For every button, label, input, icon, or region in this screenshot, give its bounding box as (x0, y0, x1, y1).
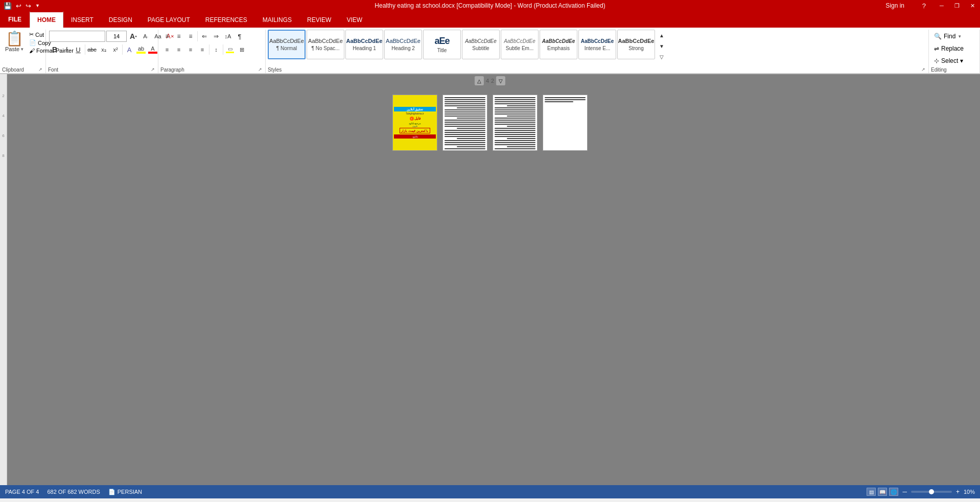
language-icon: 📄 (108, 489, 115, 495)
page-prev-button[interactable]: △ (475, 76, 484, 85)
text-line (445, 136, 485, 137)
page-1-thumbnail[interactable]: تحقیق آنلاین Tahghighatma.ir ! فایل مرجع… (392, 95, 437, 151)
tab-page-layout[interactable]: PAGE LAYOUT (140, 11, 198, 28)
qat-more-icon[interactable]: ▼ (34, 2, 41, 9)
language-indicator[interactable]: 📄 PERSIAN (108, 489, 142, 495)
font-name-row: 14 A+ A- Aa A✕ (49, 31, 176, 42)
paragraph-expand-button[interactable]: ↗ (257, 66, 263, 73)
font-size-input[interactable]: 14 (106, 31, 127, 42)
decrease-indent-button[interactable]: ⇐ (199, 31, 210, 42)
italic-button[interactable]: I (61, 44, 72, 55)
select-button[interactable]: ⊹ Select ▾ (932, 55, 965, 66)
tab-mailings[interactable]: MAILINGS (255, 11, 299, 28)
qat-undo-icon[interactable]: ↩ (14, 1, 23, 11)
styles-scroll-down[interactable]: ▼ (656, 41, 667, 51)
page-navigation: △ 4 2 ▽ (475, 76, 505, 85)
tab-file[interactable]: FILE (0, 11, 30, 28)
sign-in-button[interactable]: Sign in (881, 0, 908, 11)
multilevel-button[interactable]: ≡ (185, 31, 196, 42)
sort-button[interactable]: ↕A (222, 31, 234, 42)
highlight-color-button[interactable]: ab (135, 44, 147, 55)
style-intense-e[interactable]: AaBbCcDdEe Intense E... (578, 30, 616, 59)
find-dropdown[interactable]: ▼ (958, 34, 962, 39)
bold-button[interactable]: B (49, 44, 60, 55)
superscript-button[interactable]: x² (110, 44, 121, 55)
tab-insert[interactable]: INSERT (63, 11, 101, 28)
text-line (495, 132, 535, 133)
tab-review[interactable]: REVIEW (299, 11, 339, 28)
bullets-button[interactable]: ≡ (161, 31, 173, 42)
text-line (445, 103, 485, 104)
replace-icon: ⇌ (934, 45, 939, 52)
styles-expand-button[interactable]: ↗ (920, 66, 926, 73)
page-next-button[interactable]: ▽ (496, 76, 505, 85)
paste-button[interactable]: 📋 Paste ▼ (3, 31, 26, 53)
qat-save-icon[interactable]: 💾 (2, 1, 13, 11)
increase-font-button[interactable]: A+ (128, 31, 139, 42)
font-name-input[interactable] (49, 31, 105, 42)
shading-button[interactable]: ▭ (224, 44, 236, 55)
text-line (495, 134, 535, 135)
ruler-6: 6 (2, 133, 4, 138)
page-3-thumbnail[interactable] (493, 95, 538, 151)
text-effects-button[interactable]: A (124, 44, 135, 55)
numbering-button[interactable]: ≡ (173, 31, 184, 42)
style-no-spacing[interactable]: AaBbCcDdEe ¶ No Spac... (307, 30, 344, 59)
style-heading2[interactable]: AaBbCcDdEe Heading 2 (384, 30, 422, 59)
paste-dropdown-arrow[interactable]: ▼ (20, 47, 24, 52)
zoom-slider[interactable] (911, 491, 952, 493)
text-line (445, 148, 485, 149)
clipboard-expand-button[interactable]: ↗ (37, 66, 43, 73)
tab-home[interactable]: HOME (30, 11, 63, 28)
qat-redo-icon[interactable]: ↪ (24, 1, 33, 11)
line-spacing-button[interactable]: ↕ (211, 44, 222, 55)
align-center-button[interactable]: ≡ (173, 44, 184, 55)
tab-design[interactable]: DESIGN (101, 11, 140, 28)
styles-scroll-up[interactable]: ▲ (656, 31, 667, 40)
style-title[interactable]: aЕe Title (423, 30, 461, 59)
page-2-thumbnail[interactable] (442, 95, 487, 151)
style-emphasis[interactable]: AaBbCcDdEe Emphasis (540, 30, 577, 59)
help-icon[interactable]: ? (919, 0, 929, 11)
tab-view[interactable]: VIEW (339, 11, 370, 28)
replace-button[interactable]: ⇌ Replace (932, 43, 966, 54)
page-4-content (543, 95, 587, 150)
read-mode-button[interactable]: 📖 (878, 488, 887, 496)
subscript-button[interactable]: x₂ (98, 44, 109, 55)
decrease-font-button[interactable]: A- (140, 31, 151, 42)
align-left-button[interactable]: ≡ (161, 44, 173, 55)
justify-button[interactable]: ≡ (197, 44, 208, 55)
text-line (495, 101, 535, 102)
cut-icon: ✂ (29, 31, 34, 38)
underline-button[interactable]: U (73, 44, 84, 55)
styles-more[interactable]: ▽ (656, 52, 667, 61)
zoom-in-button[interactable]: + (956, 488, 960, 495)
style-normal[interactable]: AaBbCcDdEe ¶ Normal (268, 30, 306, 59)
ribbon-tab-bar: FILE HOME INSERT DESIGN PAGE LAYOUT REFE… (0, 11, 980, 28)
tab-references[interactable]: REFERENCES (198, 11, 255, 28)
style-heading1[interactable]: AaBbCcDdEe Heading 1 (345, 30, 383, 59)
highlight-color-indicator (136, 52, 146, 54)
page-4-thumbnail[interactable] (543, 95, 588, 151)
style-strong[interactable]: AaBbCcDdEe Strong (617, 30, 655, 59)
increase-indent-button[interactable]: ⇒ (211, 31, 222, 42)
language-text: PERSIAN (118, 489, 142, 495)
close-button[interactable]: ✕ (965, 0, 980, 11)
font-group-label: Font (48, 67, 58, 73)
zoom-level[interactable]: 10% (964, 489, 975, 495)
minimize-button[interactable]: ─ (934, 0, 949, 11)
restore-button[interactable]: ❐ (949, 0, 965, 11)
show-marks-button[interactable]: ¶ (234, 31, 245, 42)
find-button[interactable]: 🔍 Find ▼ (932, 31, 964, 42)
print-layout-button[interactable]: ▤ (867, 488, 876, 496)
borders-button[interactable]: ⊞ (236, 44, 247, 55)
align-right-button[interactable]: ≡ (185, 44, 196, 55)
web-layout-button[interactable]: 🌐 (889, 488, 898, 496)
font-expand-button[interactable]: ↗ (150, 66, 156, 73)
strikethrough-button[interactable]: abc (86, 44, 98, 55)
zoom-out-button[interactable]: ─ (902, 488, 907, 495)
style-subtle-em[interactable]: AaBbCcDdEe Subtle Em... (501, 30, 539, 59)
paragraph-group-bottom: Paragraph ↗ (158, 66, 265, 73)
style-subtitle[interactable]: AaBbCcDdEe Subtitle (462, 30, 500, 59)
font-color-button[interactable]: A (147, 44, 158, 55)
